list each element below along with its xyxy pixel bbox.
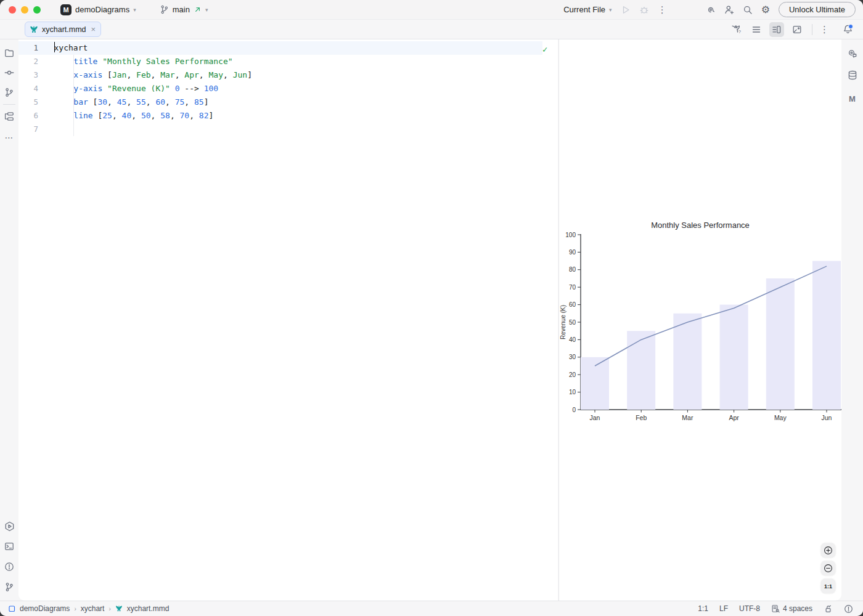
run-configuration-selector[interactable]: Current File ▾ (563, 5, 611, 14)
breadcrumb-project[interactable]: demoDiagrams (20, 604, 70, 613)
svg-text:Monthly Sales Performance: Monthly Sales Performance (651, 221, 750, 230)
more-options-kebab-icon[interactable]: ⋮ (820, 24, 830, 35)
run-button[interactable] (621, 5, 631, 15)
code-line[interactable]: 6 line [25, 40, 50, 58, 70, 82] (18, 109, 558, 123)
encoding-widget[interactable]: UTF-8 (739, 604, 760, 613)
svg-text:90: 90 (569, 249, 576, 256)
project-widget[interactable]: M demoDiagrams ▾ (60, 4, 136, 15)
unlock-ultimate-button[interactable]: Unlock Ultimate (779, 2, 856, 17)
fullscreen-window-button[interactable] (33, 6, 41, 14)
zoom-reset-button[interactable]: 1:1 (821, 579, 835, 593)
breadcrumb-folder[interactable]: xychart (81, 604, 105, 613)
svg-text:?: ? (738, 29, 740, 34)
code-area[interactable]: ✓ 1xychart2 title "Monthly Sales Perform… (18, 39, 558, 136)
notification-badge (848, 24, 853, 29)
editor-tabbar: xychart.mmd × ? (0, 20, 863, 39)
cursor-position-widget[interactable]: 1:1 (698, 604, 708, 613)
code-line[interactable]: 7 (18, 123, 558, 136)
code-line[interactable]: 1xychart (18, 41, 542, 55)
branch-name: main (173, 5, 190, 14)
file-writable-lock-icon[interactable] (824, 604, 833, 614)
close-window-button[interactable] (9, 6, 16, 14)
titlebar: M demoDiagrams ▾ main ▾ Current File ▾ (0, 0, 863, 20)
mermaid-preview-pane[interactable]: Monthly Sales PerformanceRevenue (K)0102… (558, 39, 841, 601)
line-number: 4 (26, 82, 38, 95)
chevron-right-icon: › (74, 606, 76, 612)
svg-text:May: May (774, 414, 787, 421)
problems-tool-icon[interactable] (1, 558, 18, 575)
line-number: 7 (26, 123, 38, 136)
svg-text:0: 0 (572, 407, 576, 413)
project-name: demoDiagrams (75, 5, 129, 14)
chevron-down-icon: ▾ (609, 7, 612, 13)
line-number: 6 (26, 109, 38, 123)
indent-icon (771, 604, 780, 613)
code-line[interactable]: 3 x-axis [Jan, Feb, Mar, Apr, May, Jun] (18, 68, 558, 82)
git-tool-icon[interactable] (1, 578, 18, 596)
svg-text:40: 40 (569, 336, 576, 343)
tab-label: xychart.mmd (42, 25, 86, 34)
svg-text:Apr: Apr (729, 414, 739, 421)
svg-text:20: 20 (569, 371, 576, 378)
database-tool-icon[interactable] (844, 67, 861, 84)
services-tool-icon[interactable] (1, 517, 18, 535)
line-separator-widget[interactable]: LF (719, 604, 728, 613)
vcs-widget[interactable]: main ▾ (160, 5, 208, 14)
divider (3, 104, 15, 105)
code-line[interactable]: 5 bar [30, 45, 55, 60, 75, 85] (18, 95, 558, 109)
more-tools-icon[interactable]: ⋯ (1, 129, 18, 146)
mermaid-file-icon (30, 25, 38, 34)
ai-assistant-tool-icon[interactable] (844, 44, 861, 62)
split-editor-preview-view-icon[interactable] (769, 22, 784, 37)
line-number: 5 (26, 95, 38, 109)
line-number: 2 (26, 55, 38, 68)
ide-window: M demoDiagrams ▾ main ▾ Current File ▾ (0, 0, 863, 616)
event-log-icon[interactable] (844, 604, 853, 614)
indent-widget[interactable]: 4 spaces (771, 604, 812, 613)
notifications-bell-icon[interactable] (840, 22, 855, 37)
editor-only-view-icon[interactable] (749, 22, 764, 37)
divider (812, 24, 812, 35)
main-area: ⋯ (0, 39, 863, 601)
pull-requests-tool-icon[interactable] (1, 84, 18, 101)
left-tool-strip: ⋯ (0, 39, 18, 601)
svg-text:100: 100 (565, 232, 576, 238)
mermaid-syntax-help-icon[interactable]: ? (729, 22, 743, 37)
inspection-ok-checkmark-icon[interactable]: ✓ (542, 43, 547, 56)
breadcrumb-file[interactable]: xychart.mmd (127, 604, 170, 613)
svg-text:10: 10 (569, 389, 576, 395)
code-with-me-icon[interactable] (724, 5, 734, 15)
svg-text:Feb: Feb (636, 414, 647, 421)
chevron-down-icon: ▾ (133, 7, 136, 13)
line-number: 1 (26, 41, 38, 55)
tab-xychart-mmd[interactable]: xychart.mmd × (25, 22, 101, 37)
right-tool-strip: M (841, 39, 863, 601)
structure-tool-icon[interactable] (1, 108, 18, 125)
ai-assistant-icon[interactable] (706, 5, 716, 15)
search-everywhere-icon[interactable] (743, 5, 753, 15)
debug-button[interactable] (639, 5, 649, 15)
xychart-render: Monthly Sales PerformanceRevenue (K)0102… (559, 217, 841, 426)
preview-only-view-icon[interactable] (790, 22, 804, 37)
more-actions-kebab-icon[interactable]: ⋮ (658, 4, 668, 15)
mermaid-chart-tool-icon[interactable]: M (844, 90, 861, 107)
settings-gear-icon[interactable]: ⚙ (761, 5, 770, 15)
code-line[interactable]: 2 title "Monthly Sales Performance" (18, 55, 558, 68)
tab-close-icon[interactable]: × (91, 25, 96, 34)
git-branch-icon (160, 5, 169, 14)
zoom-in-button[interactable] (821, 543, 835, 557)
code-line[interactable]: 4 y-axis "Revenue (K)" 0 --> 100 (18, 82, 558, 95)
svg-text:60: 60 (569, 301, 576, 308)
terminal-tool-icon[interactable] (1, 538, 18, 555)
zoom-out-button[interactable] (821, 561, 835, 575)
project-icon: M (60, 4, 72, 15)
module-icon (9, 606, 15, 612)
project-tool-icon[interactable] (1, 44, 18, 62)
statusbar: demoDiagrams › xychart › xychart.mmd 1:1… (0, 601, 863, 616)
svg-text:Mar: Mar (682, 414, 693, 421)
minimize-window-button[interactable] (21, 6, 28, 14)
run-configuration-label: Current File (563, 5, 605, 14)
svg-text:50: 50 (569, 319, 576, 326)
code-editor[interactable]: ✓ 1xychart2 title "Monthly Sales Perform… (18, 39, 558, 601)
commit-tool-icon[interactable] (1, 64, 18, 81)
